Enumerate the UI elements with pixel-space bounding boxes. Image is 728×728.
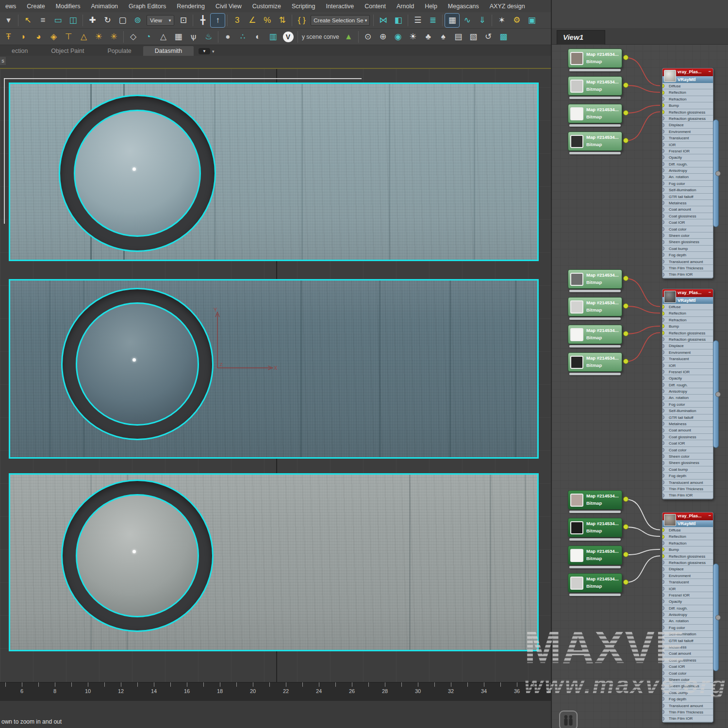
- bitmap-node[interactable]: Map #214534...Bitmap: [568, 297, 622, 316]
- color-dots-icon[interactable]: ∴: [236, 30, 250, 44]
- align-icon[interactable]: ◧: [391, 14, 405, 27]
- starburst-icon[interactable]: ✳: [107, 30, 121, 44]
- material-slot-gtr-tail-falloff[interactable]: GTR tail falloff: [662, 638, 713, 644]
- material-slot-diff-rough-[interactable]: Diff. rough.: [662, 161, 713, 167]
- input-socket[interactable]: [662, 266, 664, 270]
- material-slot-self-illumination[interactable]: Self-illumination: [662, 631, 713, 637]
- input-socket[interactable]: [662, 690, 664, 695]
- video-camera-icon[interactable]: ⊙: [361, 30, 375, 44]
- material-slot-coat-ior[interactable]: Coat IOR: [662, 219, 713, 226]
- input-socket[interactable]: [662, 168, 664, 173]
- material-slot-diffuse[interactable]: Diffuse: [662, 527, 713, 533]
- material-slot-fresnel-ior[interactable]: Fresnel IOR: [662, 369, 713, 375]
- input-socket[interactable]: [662, 97, 664, 101]
- material-slot-coat-glossiness[interactable]: Coat glossiness: [662, 657, 713, 663]
- fire-effect-icon[interactable]: ♨: [201, 30, 215, 44]
- material-slot-bump[interactable]: Bump: [662, 546, 713, 553]
- material-slot-thin-film-ior[interactable]: Thin Film IOR: [662, 492, 713, 498]
- material-slot-fresnel-ior[interactable]: Fresnel IOR: [662, 592, 713, 598]
- bitmap-node[interactable]: Map #214534...Bitmap: [568, 325, 622, 344]
- input-socket[interactable]: [662, 493, 664, 497]
- menu-civil-view[interactable]: Civil View: [210, 3, 247, 10]
- material-slot-metalness[interactable]: Metalness: [662, 421, 713, 427]
- material-slot-displace[interactable]: Displace: [662, 566, 713, 572]
- input-socket[interactable]: [662, 272, 664, 277]
- bitmap-output-socket[interactable]: [623, 276, 629, 281]
- toolbar-overflow-arrow[interactable]: ▾: [1, 14, 16, 27]
- material-slot-refraction[interactable]: Refraction: [662, 317, 713, 323]
- input-socket[interactable]: [662, 233, 664, 238]
- dope-sheet-icon[interactable]: ⇓: [475, 14, 489, 27]
- input-socket[interactable]: [662, 409, 664, 413]
- material-slot-fog-depth[interactable]: Fog depth: [662, 252, 713, 258]
- input-socket[interactable]: [662, 697, 664, 701]
- input-socket[interactable]: [662, 337, 664, 342]
- material-slot-reflection[interactable]: Reflection: [662, 89, 713, 96]
- node-graph-canvas[interactable]: Map #214534...BitmapMap #214534...Bitmap…: [552, 45, 728, 728]
- light-bulb-icon[interactable]: ◉: [391, 30, 405, 44]
- material-slot-diffuse[interactable]: Diffuse: [662, 304, 713, 310]
- material-slot-environment[interactable]: Environment: [662, 129, 713, 135]
- input-socket[interactable]: [662, 220, 664, 225]
- input-socket[interactable]: [662, 142, 664, 147]
- input-socket[interactable]: [662, 678, 664, 682]
- photo-stack-icon[interactable]: ▩: [496, 30, 511, 44]
- input-socket[interactable]: [662, 561, 664, 565]
- input-socket[interactable]: [662, 207, 664, 212]
- input-socket[interactable]: [662, 389, 664, 394]
- menu-animation[interactable]: Animation: [85, 3, 123, 10]
- input-socket[interactable]: [662, 214, 664, 218]
- curve-editor-icon[interactable]: ∿: [460, 14, 474, 27]
- material-slot-an-rotation[interactable]: An. rotation: [662, 174, 713, 180]
- material-slot-coat-ior[interactable]: Coat IOR: [662, 440, 713, 447]
- keyboard-shortcut-override-icon[interactable]: ↑: [211, 14, 225, 27]
- geosphere-icon[interactable]: ◈: [47, 30, 61, 44]
- matte-sphere-icon[interactable]: ●: [221, 30, 235, 44]
- material-output-socket[interactable]: [715, 392, 721, 397]
- material-slot-coat-bump[interactable]: Coat bump: [662, 690, 713, 696]
- menu-interactive[interactable]: Interactive: [321, 3, 360, 10]
- input-socket[interactable]: [662, 396, 664, 400]
- bitmap-output-socket[interactable]: [623, 552, 629, 557]
- input-socket[interactable]: [662, 363, 664, 367]
- menu-scripting[interactable]: Scripting: [286, 3, 321, 10]
- bitmap-node[interactable]: Map #214534...Bitmap: [568, 132, 622, 151]
- material-slot-ior[interactable]: IOR: [662, 142, 713, 148]
- input-socket[interactable]: [662, 311, 664, 315]
- material-slot-refraction-glossiness[interactable]: Refraction glossiness: [662, 560, 713, 566]
- bitmap-output-socket[interactable]: [623, 579, 629, 585]
- input-socket[interactable]: [662, 632, 664, 636]
- material-slot-ior[interactable]: IOR: [662, 363, 713, 369]
- input-socket[interactable]: [662, 664, 664, 669]
- pan-tool-button[interactable]: [559, 711, 578, 728]
- input-socket[interactable]: [662, 123, 664, 127]
- input-socket[interactable]: [662, 246, 664, 250]
- input-socket[interactable]: [662, 454, 664, 459]
- tab-view1[interactable]: View1: [557, 30, 605, 45]
- input-socket[interactable]: [662, 415, 664, 419]
- toggle-scene-explorer-icon[interactable]: ▦: [445, 14, 459, 27]
- material-slot-sheen-glossiness[interactable]: Sheen glossiness: [662, 683, 713, 689]
- grass-icon[interactable]: ѱ: [186, 30, 200, 44]
- input-socket[interactable]: [662, 612, 664, 617]
- ribbon-tab-object-paint[interactable]: Object Paint: [39, 46, 96, 56]
- input-socket[interactable]: [662, 103, 664, 108]
- bitmap-output-socket[interactable]: [623, 303, 629, 309]
- material-slot-coat-amount[interactable]: Coat amount: [662, 650, 713, 657]
- material-slot-refraction[interactable]: Refraction: [662, 540, 713, 546]
- material-slot-sheen-color[interactable]: Sheen color: [662, 453, 713, 460]
- input-socket[interactable]: [662, 580, 664, 584]
- material-slot-translucent[interactable]: Translucent: [662, 135, 713, 141]
- rectangular-selection-region-icon[interactable]: ▭: [51, 14, 65, 27]
- input-socket[interactable]: [662, 376, 664, 381]
- hair-and-fur-icon[interactable]: Ŧ: [1, 30, 16, 44]
- menu-arnold[interactable]: Arnold: [391, 3, 419, 10]
- sphere-light-icon[interactable]: ◕: [32, 30, 46, 44]
- bitmap-node[interactable]: Map #214534...Bitmap: [568, 546, 622, 565]
- material-slot-thin-film-thickness[interactable]: Thin Film Thickness: [662, 486, 713, 492]
- bitmap-output-socket[interactable]: [623, 110, 629, 116]
- vraymtl-node[interactable]: vray_Plas...−VRayMtlDiffuseReflectionRef…: [662, 68, 713, 279]
- input-socket[interactable]: [662, 710, 664, 714]
- select-object-icon[interactable]: ↖: [21, 14, 35, 27]
- input-socket[interactable]: [662, 350, 664, 354]
